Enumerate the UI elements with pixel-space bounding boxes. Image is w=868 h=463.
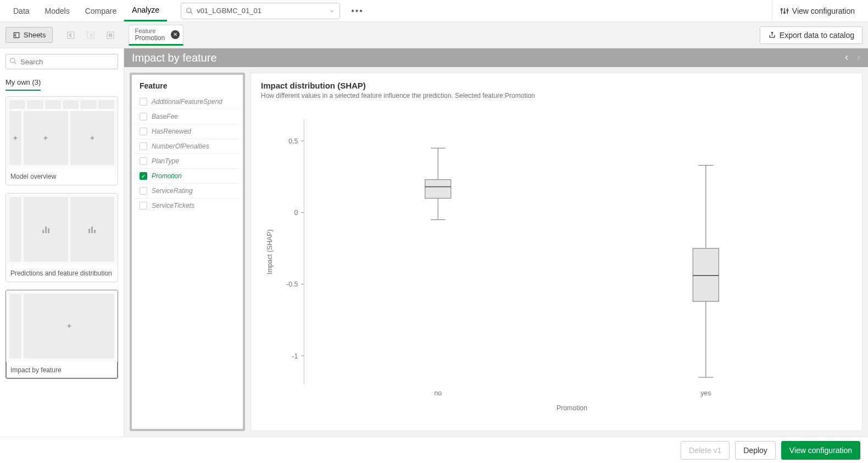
svg-text:yes: yes xyxy=(700,389,711,397)
feature-item-basefee[interactable]: BaseFee xyxy=(134,109,241,124)
model-selector-value: v01_LGBMC_01_01 xyxy=(197,7,329,15)
sheets-button-label: Sheets xyxy=(24,31,46,39)
svg-point-14 xyxy=(10,58,15,63)
svg-text:-0.5: -0.5 xyxy=(286,280,298,288)
feature-item-hasrenewed[interactable]: HasRenewed xyxy=(134,124,241,139)
view-configuration-link[interactable]: View configuration xyxy=(772,0,863,21)
puzzle-icon: ✦ xyxy=(89,134,96,142)
feature-panel-title: Feature xyxy=(132,75,243,95)
footer: Delete v1 Deploy View configuration xyxy=(0,437,868,463)
sheet-next-button[interactable] xyxy=(855,54,863,62)
svg-point-7 xyxy=(787,9,788,11)
chart-title: Impact distribution (SHAP) xyxy=(261,81,852,90)
svg-point-6 xyxy=(784,12,786,13)
sheet-thumbnail: ✦ ✦ ✦ xyxy=(6,97,118,168)
checkbox-icon xyxy=(140,202,147,210)
selection-clear-button[interactable] xyxy=(102,27,119,43)
sidebar-section-header: My own (3) xyxy=(5,75,41,91)
feature-item-numberofpenalties[interactable]: NumberOfPenalties xyxy=(134,139,241,154)
svg-rect-11 xyxy=(107,32,114,38)
svg-point-5 xyxy=(781,9,782,10)
svg-rect-38 xyxy=(693,249,719,301)
selection-back-button[interactable] xyxy=(63,27,79,43)
tab-analyze[interactable]: Analyze xyxy=(124,0,167,21)
sidebar-search xyxy=(5,54,118,69)
checkbox-icon xyxy=(140,142,147,150)
puzzle-icon: ✦ xyxy=(42,134,49,142)
sidebar-search-input[interactable] xyxy=(5,54,118,69)
page-title: Impact by feature xyxy=(132,52,217,64)
bars-icon xyxy=(42,225,49,233)
svg-line-15 xyxy=(14,62,16,64)
svg-text:Promotion: Promotion xyxy=(557,404,587,412)
feature-item-label: ServiceTickets xyxy=(152,202,194,210)
view-configuration-label: View configuration xyxy=(792,7,855,15)
filter-chip-value: Promotion xyxy=(135,34,166,42)
checkbox-icon xyxy=(140,157,147,165)
main-panel: Impact by feature Feature AdditionalFeat… xyxy=(124,48,868,437)
bars-icon xyxy=(88,225,96,233)
checkbox-icon xyxy=(140,128,147,135)
sheet-thumbnail: ✦ xyxy=(6,290,118,362)
checkbox-icon xyxy=(140,187,147,195)
sheet-card-predictions[interactable]: Predictions and feature distribution xyxy=(5,193,118,282)
sheet-prev-button[interactable] xyxy=(843,54,850,62)
sheet-card-model-overview[interactable]: ✦ ✦ ✦ Model overview xyxy=(5,96,118,185)
tab-data[interactable]: Data xyxy=(5,0,37,21)
main-content: Feature AdditionalFeatureSpendBaseFeeHas… xyxy=(124,67,868,437)
more-options-button[interactable]: ••• xyxy=(351,6,364,16)
primary-tabs: Data Models Compare Analyze xyxy=(5,0,167,21)
delete-button: Delete v1 xyxy=(681,441,730,460)
svg-text:0.5: 0.5 xyxy=(288,137,298,145)
puzzle-icon: ✦ xyxy=(12,134,19,142)
export-data-button[interactable]: Export data to catalog xyxy=(760,26,863,44)
feature-item-label: BaseFee xyxy=(152,113,178,120)
chevron-down-icon xyxy=(329,8,335,14)
svg-point-0 xyxy=(187,8,191,12)
checkbox-icon xyxy=(140,98,147,106)
feature-list: AdditionalFeatureSpendBaseFeeHasRenewedN… xyxy=(132,95,243,217)
view-configuration-button[interactable]: View configuration xyxy=(781,441,860,460)
feature-item-servicetickets[interactable]: ServiceTickets xyxy=(134,199,241,213)
svg-rect-31 xyxy=(425,180,451,199)
feature-item-label: PlanType xyxy=(152,157,179,165)
checkbox-icon: ✓ xyxy=(140,172,147,180)
feature-item-label: Promotion xyxy=(152,172,182,180)
svg-rect-10 xyxy=(87,32,94,38)
checkbox-icon xyxy=(140,113,147,120)
feature-item-promotion[interactable]: ✓Promotion xyxy=(134,169,241,184)
export-icon xyxy=(768,31,776,39)
feature-item-plantype[interactable]: PlanType xyxy=(134,154,241,169)
puzzle-icon: ✦ xyxy=(66,322,73,330)
filter-chip-label: Feature xyxy=(135,27,166,34)
svg-text:0: 0 xyxy=(294,209,298,217)
sheet-card-impact-by-feature[interactable]: ✦ Impact by feature xyxy=(5,290,118,379)
deploy-button[interactable]: Deploy xyxy=(735,441,776,460)
sheets-button[interactable]: Sheets xyxy=(5,27,53,43)
chart-area: -1-0.500.5Impact (SHAP)Promotionnoyes xyxy=(261,100,852,423)
model-selector[interactable]: v01_LGBMC_01_01 xyxy=(181,3,340,19)
feature-item-label: HasRenewed xyxy=(152,128,191,135)
tab-compare[interactable]: Compare xyxy=(77,0,125,21)
filter-chip-feature[interactable]: Feature Promotion ✕ xyxy=(129,25,183,46)
search-icon xyxy=(9,57,17,65)
svg-text:Impact (SHAP): Impact (SHAP) xyxy=(266,229,274,274)
selection-forward-button[interactable] xyxy=(82,27,99,43)
top-bar: Data Models Compare Analyze v01_LGBMC_01… xyxy=(0,0,868,22)
feature-item-additionalfeaturespend[interactable]: AdditionalFeatureSpend xyxy=(134,95,241,109)
sheet-card-title: Impact by feature xyxy=(6,362,118,378)
sheets-sidebar: My own (3) ✦ ✦ ✦ Model overview Predicti… xyxy=(0,48,124,437)
svg-point-12 xyxy=(109,34,112,36)
feature-selector-panel: Feature AdditionalFeatureSpendBaseFeeHas… xyxy=(130,73,245,431)
svg-rect-9 xyxy=(68,32,74,38)
tab-models[interactable]: Models xyxy=(37,0,77,21)
filter-chip-close-icon[interactable]: ✕ xyxy=(171,30,180,39)
sheet-card-title: Model overview xyxy=(6,168,118,185)
feature-item-servicerating[interactable]: ServiceRating xyxy=(134,184,241,199)
search-icon xyxy=(186,7,193,15)
feature-item-label: ServiceRating xyxy=(152,187,193,195)
sliders-icon xyxy=(780,7,789,15)
feature-item-label: AdditionalFeatureSpend xyxy=(152,98,222,106)
chart-panel: Impact distribution (SHAP) How different… xyxy=(251,73,863,431)
svg-text:-1: -1 xyxy=(292,352,298,360)
